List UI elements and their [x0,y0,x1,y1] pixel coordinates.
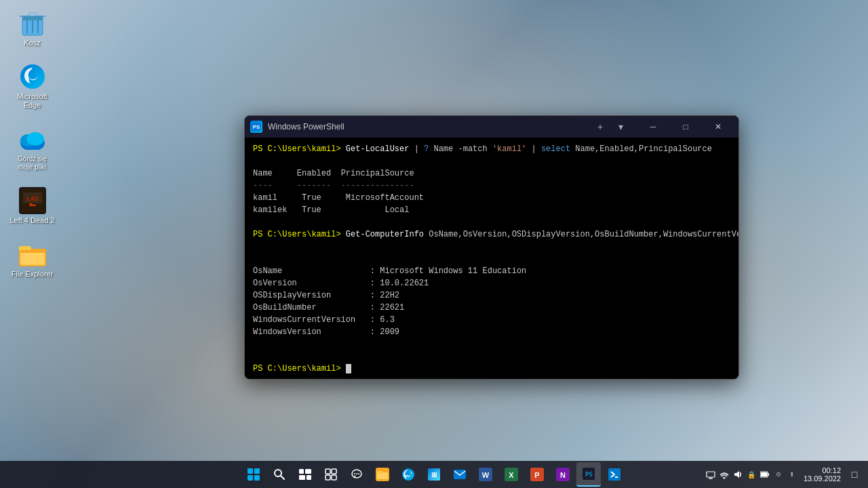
store-taskbar-icon: ⊞ [427,468,441,481]
svg-point-35 [358,473,359,474]
maximize-button[interactable]: □ [671,116,701,138]
win-logo-q3 [248,475,253,481]
taskview-icon [299,469,311,480]
fileexplorer-image [19,241,46,268]
powerpoint-taskbar-icon: P [530,468,544,481]
svg-text:PS: PS [585,471,593,478]
word-taskbar-button[interactable]: W [473,462,498,487]
start-button[interactable] [241,462,266,487]
powerpoint-taskbar-button[interactable]: P [525,462,549,487]
svg-rect-27 [307,475,311,480]
recycle-bin-label: Kosz [24,39,40,47]
recycle-bin-image [19,9,46,37]
ps-table-header: Name Enabled PrincipalSource [253,167,730,180]
excel-taskbar-icon: X [505,468,518,481]
svg-rect-54 [707,472,715,477]
search-icon [273,468,285,481]
recycle-bin-icon[interactable]: Kosz [7,7,58,50]
word-taskbar-icon: W [479,468,492,481]
svg-rect-61 [761,472,767,476]
svg-text:X: X [509,471,514,479]
cursor [346,364,351,373]
fileexplorer-icon[interactable]: File Explorer [7,238,58,281]
desktop: Kosz Microsoft Edge [0,0,868,488]
win-logo-q1 [248,468,253,474]
tray-icon-1[interactable] [705,468,717,481]
chat-button[interactable] [344,462,369,487]
terminal-taskbar-button[interactable]: PS [576,462,601,487]
widgets-button[interactable] [319,462,343,487]
svg-point-7 [20,64,45,89]
search-taskbar-button[interactable] [267,462,292,487]
edge-taskbar-icon [401,468,415,481]
tray-icon-network[interactable] [718,468,730,481]
explorer-taskbar-button[interactable] [370,462,395,487]
svg-point-10 [26,132,44,146]
svg-rect-41 [454,470,466,479]
svg-marker-58 [734,471,739,478]
powershell-content: PS C:\Users\kamil> Get-LocalUser | ? Nam… [245,138,738,379]
tray-icons: 🔒 ⚙ ⬆ [705,468,798,481]
ps-line-blank2 [253,216,730,228]
mail-taskbar-button[interactable] [448,462,472,487]
tray-icon-security[interactable]: 🔒 [745,468,757,481]
onenote-taskbar-button[interactable]: N [551,462,575,487]
taskbar-center: ⊞ W [241,462,627,487]
left4dead-icon[interactable]: 2 L4D Left 4 Dead 2 [7,184,58,228]
taskbar-right: 🔒 ⚙ ⬆ 00:12 13.09.2022 □ [705,462,863,487]
close-button[interactable]: ✕ [703,116,733,138]
taskview-button[interactable] [293,462,317,487]
svg-rect-60 [768,473,769,476]
vscode-taskbar-button[interactable] [602,462,627,487]
svg-rect-24 [299,469,304,474]
win-logo-q2 [254,468,260,474]
minimize-button[interactable]: ─ [638,116,668,138]
clock-area[interactable]: 00:12 13.09.2022 [801,465,844,484]
dropdown-button[interactable]: ▾ [611,117,630,136]
ps-line-blank6 [253,350,730,363]
fileexplorer-label: File Explorer [12,270,54,279]
edge-label: Microsoft Edge [9,92,55,110]
win-logo-q4 [254,475,260,481]
tray-icon-misc1[interactable]: ⚙ [772,468,785,481]
ps-line-blank4 [253,253,730,265]
ps-line-blank3 [253,241,730,253]
svg-text:W: W [482,471,490,479]
ps-osdisplay: OSDisplayVersion : 22H2 [253,289,730,302]
ps-osname: OsName : Microsoft Windows 11 Education [253,265,730,277]
window-controls-extra: + ▾ [591,117,630,136]
tray-icon-battery[interactable] [759,468,771,481]
widgets-icon [325,468,337,481]
store-taskbar-button[interactable]: ⊞ [422,462,446,487]
edge-icon-desktop[interactable]: Microsoft Edge [7,60,58,113]
ps-line-blank1 [253,155,730,167]
svg-rect-29 [332,469,336,474]
ps-final-prompt: PS C:\Users\kamil> [253,363,730,375]
window-titlebar: PS Windows PowerShell + ▾ ─ □ ✕ [245,116,738,138]
onedrive-image [19,126,46,153]
onedrive-label: Górdź sięmoje pliki [18,155,47,171]
ps-table-row1: kamil True MicrosoftAccount [253,192,730,204]
powershell-icon: PS [250,121,262,133]
tray-icon-volume[interactable] [732,468,744,481]
new-tab-button[interactable]: + [591,117,610,136]
svg-rect-30 [326,475,330,480]
svg-point-57 [723,477,725,479]
chat-icon [351,468,363,481]
svg-rect-1 [22,16,43,20]
excel-taskbar-button[interactable]: X [499,462,524,487]
edge-image [19,63,46,90]
tray-icon-misc2[interactable]: ⬆ [786,468,798,481]
svg-rect-28 [326,469,330,474]
notification-button[interactable]: □ [846,462,863,487]
edge-taskbar-button[interactable] [396,462,420,487]
vscode-taskbar-icon [608,468,621,481]
taskbar: ⊞ W [0,461,868,488]
ps-line-blank5 [253,338,730,350]
svg-text:N: N [560,471,566,479]
explorer-taskbar-icon [376,468,389,481]
onenote-taskbar-icon: N [556,468,570,481]
ps-line-prompt2: PS C:\Users\kamil> Get-ComputerInfo OsNa… [253,228,730,241]
svg-text:L4D: L4D [26,195,39,202]
onedrive-icon-desktop[interactable]: Górdź sięmoje pliki [7,123,58,174]
